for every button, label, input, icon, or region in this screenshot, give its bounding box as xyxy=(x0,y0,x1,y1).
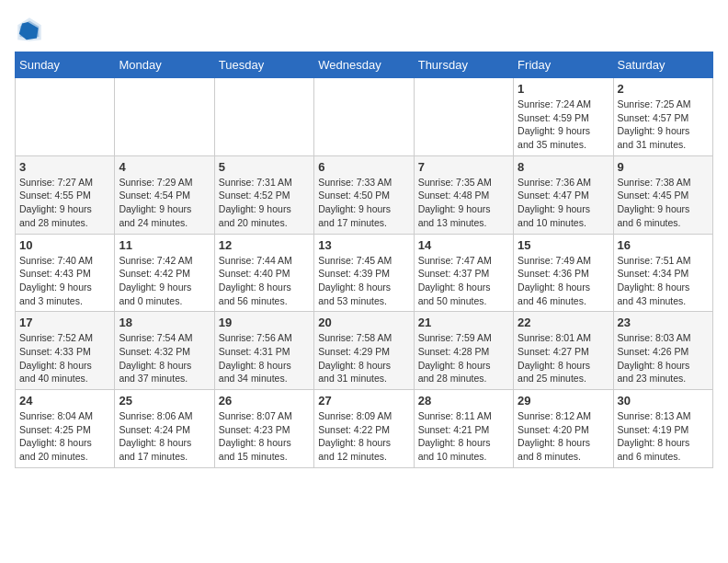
calendar-cell: 11Sunrise: 7:42 AM Sunset: 4:42 PM Dayli… xyxy=(115,234,214,312)
weekday-header-saturday: Saturday xyxy=(613,52,712,78)
day-number: 8 xyxy=(518,160,609,174)
calendar-cell: 2Sunrise: 7:25 AM Sunset: 4:57 PM Daylig… xyxy=(613,78,712,156)
calendar-cell: 24Sunrise: 8:04 AM Sunset: 4:25 PM Dayli… xyxy=(16,390,115,468)
calendar-week-1: 1Sunrise: 7:24 AM Sunset: 4:59 PM Daylig… xyxy=(16,78,713,156)
day-number: 21 xyxy=(418,316,509,329)
calendar-table: SundayMondayTuesdayWednesdayThursdayFrid… xyxy=(15,52,713,468)
day-info: Sunrise: 7:27 AM Sunset: 4:55 PM Dayligh… xyxy=(19,176,110,230)
calendar-cell xyxy=(115,78,214,156)
day-number: 14 xyxy=(418,238,509,252)
day-number: 27 xyxy=(318,394,409,408)
day-info: Sunrise: 7:25 AM Sunset: 4:57 PM Dayligh… xyxy=(618,98,709,152)
day-number: 22 xyxy=(518,316,609,329)
weekday-header-row: SundayMondayTuesdayWednesdayThursdayFrid… xyxy=(16,52,713,78)
day-info: Sunrise: 8:13 AM Sunset: 4:19 PM Dayligh… xyxy=(618,409,709,464)
weekday-header-friday: Friday xyxy=(514,52,613,78)
calendar-cell: 30Sunrise: 8:13 AM Sunset: 4:19 PM Dayli… xyxy=(613,390,712,468)
day-number: 13 xyxy=(318,238,409,252)
day-number: 20 xyxy=(318,316,409,329)
day-info: Sunrise: 7:24 AM Sunset: 4:59 PM Dayligh… xyxy=(518,98,609,152)
day-number: 16 xyxy=(618,238,709,252)
calendar-cell: 6Sunrise: 7:33 AM Sunset: 4:50 PM Daylig… xyxy=(314,155,414,234)
day-number: 18 xyxy=(119,316,210,329)
calendar-cell: 21Sunrise: 7:59 AM Sunset: 4:28 PM Dayli… xyxy=(414,312,513,390)
day-info: Sunrise: 7:45 AM Sunset: 4:39 PM Dayligh… xyxy=(318,254,409,308)
day-number: 12 xyxy=(219,238,310,252)
day-info: Sunrise: 8:07 AM Sunset: 4:23 PM Dayligh… xyxy=(219,409,310,464)
day-info: Sunrise: 7:40 AM Sunset: 4:43 PM Dayligh… xyxy=(19,254,110,308)
day-info: Sunrise: 7:47 AM Sunset: 4:37 PM Dayligh… xyxy=(418,254,509,308)
day-number: 28 xyxy=(418,394,509,408)
day-number: 5 xyxy=(219,160,310,174)
calendar-cell: 3Sunrise: 7:27 AM Sunset: 4:55 PM Daylig… xyxy=(16,155,115,234)
calendar-cell: 25Sunrise: 8:06 AM Sunset: 4:24 PM Dayli… xyxy=(115,390,214,468)
calendar-header: SundayMondayTuesdayWednesdayThursdayFrid… xyxy=(16,52,713,78)
calendar-cell: 8Sunrise: 7:36 AM Sunset: 4:47 PM Daylig… xyxy=(514,155,613,234)
weekday-header-wednesday: Wednesday xyxy=(314,52,414,78)
calendar-week-3: 10Sunrise: 7:40 AM Sunset: 4:43 PM Dayli… xyxy=(16,234,713,312)
day-info: Sunrise: 8:01 AM Sunset: 4:27 PM Dayligh… xyxy=(518,331,609,385)
logo-icon xyxy=(15,15,44,44)
calendar-cell xyxy=(314,78,414,156)
calendar-cell: 20Sunrise: 7:58 AM Sunset: 4:29 PM Dayli… xyxy=(314,312,414,390)
day-number: 23 xyxy=(618,316,709,329)
day-number: 19 xyxy=(219,316,310,329)
calendar-cell xyxy=(16,78,115,156)
calendar-cell: 16Sunrise: 7:51 AM Sunset: 4:34 PM Dayli… xyxy=(613,234,712,312)
day-number: 26 xyxy=(219,394,310,408)
day-number: 30 xyxy=(618,394,709,408)
calendar-cell: 12Sunrise: 7:44 AM Sunset: 4:40 PM Dayli… xyxy=(214,234,313,312)
day-number: 17 xyxy=(19,316,110,329)
day-info: Sunrise: 8:04 AM Sunset: 4:25 PM Dayligh… xyxy=(19,409,110,464)
day-info: Sunrise: 8:09 AM Sunset: 4:22 PM Dayligh… xyxy=(318,409,409,464)
day-number: 3 xyxy=(19,160,110,174)
day-number: 9 xyxy=(618,160,709,174)
calendar-week-4: 17Sunrise: 7:52 AM Sunset: 4:33 PM Dayli… xyxy=(16,312,713,390)
day-number: 1 xyxy=(518,82,609,96)
day-number: 24 xyxy=(19,394,110,408)
calendar-cell: 27Sunrise: 8:09 AM Sunset: 4:22 PM Dayli… xyxy=(314,390,414,468)
day-number: 4 xyxy=(119,160,210,174)
calendar-cell: 19Sunrise: 7:56 AM Sunset: 4:31 PM Dayli… xyxy=(214,312,313,390)
weekday-header-monday: Monday xyxy=(115,52,214,78)
calendar-cell: 23Sunrise: 8:03 AM Sunset: 4:26 PM Dayli… xyxy=(613,312,712,390)
day-info: Sunrise: 7:38 AM Sunset: 4:45 PM Dayligh… xyxy=(618,176,709,230)
day-number: 7 xyxy=(418,160,509,174)
day-info: Sunrise: 7:58 AM Sunset: 4:29 PM Dayligh… xyxy=(318,331,409,385)
calendar-cell: 9Sunrise: 7:38 AM Sunset: 4:45 PM Daylig… xyxy=(613,155,712,234)
day-number: 2 xyxy=(618,82,709,96)
day-info: Sunrise: 7:42 AM Sunset: 4:42 PM Dayligh… xyxy=(119,254,210,308)
day-info: Sunrise: 7:52 AM Sunset: 4:33 PM Dayligh… xyxy=(19,331,110,385)
day-number: 10 xyxy=(19,238,110,252)
weekday-header-thursday: Thursday xyxy=(414,52,513,78)
day-info: Sunrise: 7:35 AM Sunset: 4:48 PM Dayligh… xyxy=(418,176,509,230)
calendar-cell: 4Sunrise: 7:29 AM Sunset: 4:54 PM Daylig… xyxy=(115,155,214,234)
day-info: Sunrise: 7:33 AM Sunset: 4:50 PM Dayligh… xyxy=(318,176,409,230)
day-number: 11 xyxy=(119,238,210,252)
day-info: Sunrise: 7:56 AM Sunset: 4:31 PM Dayligh… xyxy=(219,331,310,385)
calendar-cell: 7Sunrise: 7:35 AM Sunset: 4:48 PM Daylig… xyxy=(414,155,513,234)
calendar-cell xyxy=(214,78,313,156)
day-number: 6 xyxy=(318,160,409,174)
calendar-cell: 1Sunrise: 7:24 AM Sunset: 4:59 PM Daylig… xyxy=(514,78,613,156)
calendar-week-5: 24Sunrise: 8:04 AM Sunset: 4:25 PM Dayli… xyxy=(16,390,713,468)
day-info: Sunrise: 7:59 AM Sunset: 4:28 PM Dayligh… xyxy=(418,331,509,385)
calendar-week-2: 3Sunrise: 7:27 AM Sunset: 4:55 PM Daylig… xyxy=(16,155,713,234)
calendar-cell: 15Sunrise: 7:49 AM Sunset: 4:36 PM Dayli… xyxy=(514,234,613,312)
calendar-cell: 29Sunrise: 8:12 AM Sunset: 4:20 PM Dayli… xyxy=(514,390,613,468)
calendar-cell: 18Sunrise: 7:54 AM Sunset: 4:32 PM Dayli… xyxy=(115,312,214,390)
calendar-cell: 26Sunrise: 8:07 AM Sunset: 4:23 PM Dayli… xyxy=(214,390,313,468)
day-info: Sunrise: 7:36 AM Sunset: 4:47 PM Dayligh… xyxy=(518,176,609,230)
day-info: Sunrise: 8:11 AM Sunset: 4:21 PM Dayligh… xyxy=(418,409,509,464)
calendar-cell: 13Sunrise: 7:45 AM Sunset: 4:39 PM Dayli… xyxy=(314,234,414,312)
day-info: Sunrise: 8:03 AM Sunset: 4:26 PM Dayligh… xyxy=(618,331,709,385)
logo xyxy=(15,15,48,44)
day-info: Sunrise: 8:06 AM Sunset: 4:24 PM Dayligh… xyxy=(119,409,210,464)
weekday-header-sunday: Sunday xyxy=(16,52,115,78)
day-info: Sunrise: 7:51 AM Sunset: 4:34 PM Dayligh… xyxy=(618,254,709,308)
calendar-cell: 22Sunrise: 8:01 AM Sunset: 4:27 PM Dayli… xyxy=(514,312,613,390)
day-info: Sunrise: 8:12 AM Sunset: 4:20 PM Dayligh… xyxy=(518,409,609,464)
calendar-cell xyxy=(414,78,513,156)
day-info: Sunrise: 7:44 AM Sunset: 4:40 PM Dayligh… xyxy=(219,254,310,308)
day-info: Sunrise: 7:54 AM Sunset: 4:32 PM Dayligh… xyxy=(119,331,210,385)
